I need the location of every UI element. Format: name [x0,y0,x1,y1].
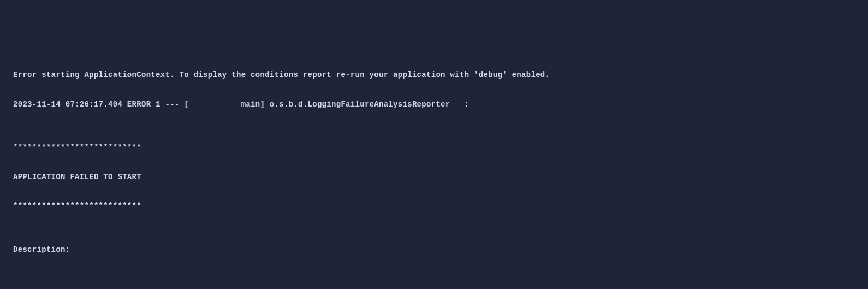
log-description-body: A component required a bean of type 'io.… [13,286,855,289]
log-timestamp-line: 2023-11-14 07:26:17.404 ERROR 1 --- [ ma… [13,97,855,112]
log-separator-bottom: *************************** [13,199,855,214]
log-error-start: Error starting ApplicationContext. To di… [13,68,855,82]
log-separator-top: *************************** [13,140,855,155]
log-description-header: Description: [13,243,855,257]
log-failed-to-start: APPLICATION FAILED TO START [13,170,855,185]
